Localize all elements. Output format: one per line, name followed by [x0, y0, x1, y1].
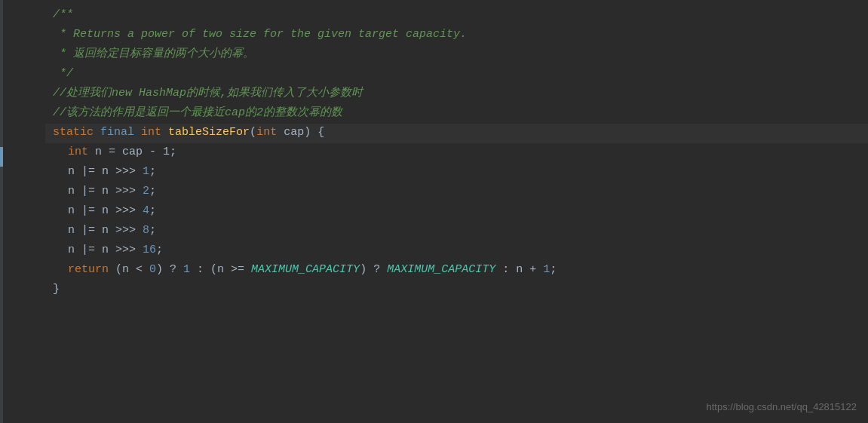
code-line-2: * Returns a power of two size for the gi…: [45, 26, 868, 45]
comment-returns: * Returns a power of two size for the gi…: [53, 26, 467, 44]
comment-chinese-3: //该方法的作用是返回一个最接近cap的2的整数次幂的数: [53, 104, 342, 122]
num-one: 1: [183, 261, 190, 279]
num-1: 1: [143, 163, 149, 181]
space-3: cap) {: [277, 124, 324, 142]
code-line-6: //该方法的作用是返回一个最接近cap的2的整数次幂的数: [45, 104, 868, 124]
code-line-14: return (n < 0) ? 1 : (n >= MAXIMUM_CAPAC…: [45, 261, 868, 280]
comment-chinese-1: * 返回给定目标容量的两个大小的幂。: [53, 45, 254, 63]
ternary-4: : n +: [495, 261, 543, 279]
keyword-final: final: [100, 124, 134, 142]
code-line-12: n |= n >>> 8;: [45, 222, 868, 241]
num-2: 2: [143, 182, 149, 201]
code-line-13: n |= n >>> 16;: [45, 241, 868, 261]
keyword-return: return: [68, 261, 109, 279]
semi-2: ;: [149, 182, 156, 201]
watermark: https://blog.csdn.net/qq_42815122: [707, 400, 857, 415]
comment-open: /**: [53, 6, 73, 24]
space-1: [134, 124, 141, 142]
code-line-7: static final int tableSizeFor(int cap) {: [45, 124, 868, 143]
var-n: n = cap - 1;: [88, 143, 176, 161]
shift-op-5: n |= n >>>: [68, 241, 143, 259]
code-line-8: int n = cap - 1;: [45, 143, 868, 163]
shift-op-2: n |= n >>>: [68, 182, 143, 201]
code-line-9: n |= n >>> 1;: [45, 163, 868, 182]
comment-close: */: [53, 65, 73, 83]
shift-op-1: n |= n >>>: [68, 163, 143, 181]
code-line-11: n |= n >>> 4;: [45, 202, 868, 222]
code-line-1: /**: [45, 6, 868, 26]
semi-5: ;: [156, 241, 163, 259]
param-type: int: [256, 124, 277, 142]
ternary-2: : (n >=: [190, 261, 251, 279]
code-line-10: n |= n >>> 2;: [45, 182, 868, 202]
code-line-15: }: [45, 280, 868, 300]
ternary-1: ) ?: [156, 261, 183, 279]
keyword-int: int: [141, 124, 161, 142]
keyword-static: static: [53, 124, 100, 142]
code-line-4: */: [45, 65, 868, 84]
num-zero: 0: [149, 261, 156, 279]
paren-open: (: [250, 124, 256, 142]
num-8: 8: [143, 222, 149, 240]
space-2: [161, 124, 168, 142]
ternary-3: ) ?: [360, 261, 387, 279]
num-16: 16: [143, 241, 156, 259]
space-ret: (n <: [109, 261, 149, 279]
code-line-3: * 返回给定目标容量的两个大小的幂。: [45, 45, 868, 65]
comment-chinese-2: //处理我们new HashMap的时候,如果我们传入了大小参数时: [53, 84, 363, 103]
method-name: tableSizeFor: [168, 124, 250, 142]
shift-op-4: n |= n >>>: [68, 222, 143, 240]
max-cap-2: MAXIMUM_CAPACITY: [387, 261, 495, 279]
shift-op-3: n |= n >>>: [68, 202, 143, 220]
type-int-1: int: [68, 143, 88, 161]
semi-4: ;: [149, 222, 156, 240]
semi-3: ;: [149, 202, 156, 220]
code-line-5: //处理我们new HashMap的时候,如果我们传入了大小参数时: [45, 84, 868, 104]
num-one-2: 1: [543, 261, 550, 279]
semi-1: ;: [149, 163, 156, 181]
semi-6: ;: [550, 261, 557, 279]
num-4: 4: [143, 202, 149, 220]
max-cap-1: MAXIMUM_CAPACITY: [251, 261, 360, 279]
closing-brace: }: [53, 280, 60, 299]
